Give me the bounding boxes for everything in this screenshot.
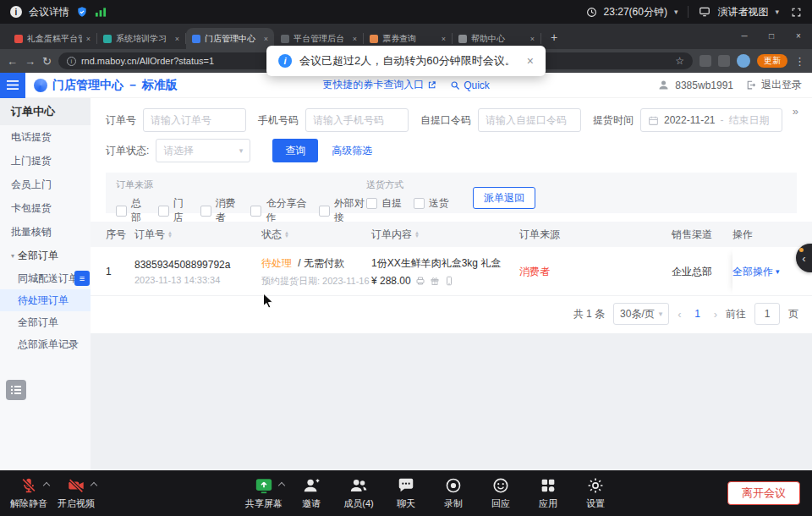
phone-icon[interactable]	[444, 276, 454, 286]
checkbox-icon[interactable]	[200, 206, 211, 217]
sidebar-item-batch-verify[interactable]: 批量核销	[0, 220, 91, 244]
site-info-icon[interactable]: i	[67, 57, 76, 66]
browser-tab[interactable]: 系统培训学习 ×	[97, 28, 185, 49]
browser-update-button[interactable]: 更新	[757, 54, 787, 68]
browser-tab[interactable]: 礼盒蛋糕平台管理中心 ×	[8, 28, 96, 49]
checkbox-source-external[interactable]: 外部对接	[319, 196, 366, 225]
checkbox-source-hq[interactable]: 总部	[116, 196, 146, 225]
extension-icon[interactable]	[700, 55, 711, 67]
checkbox-delivery[interactable]: 送货	[414, 196, 449, 211]
browser-tab-active[interactable]: 门店管理中心 ×	[186, 28, 274, 49]
members-button[interactable]: 成员(4)	[335, 476, 382, 510]
sidebar-item-pending-orders[interactable]: 待处理订单	[0, 289, 91, 311]
bookmark-star-icon[interactable]: ☆	[675, 55, 684, 67]
tab-close-icon[interactable]: ×	[353, 35, 357, 43]
next-page-icon[interactable]: ›	[714, 308, 717, 321]
username[interactable]: 8385wb1991	[675, 80, 733, 91]
gift-icon[interactable]	[430, 276, 440, 286]
new-tab-button[interactable]: +	[545, 28, 563, 47]
checkbox-icon[interactable]	[116, 206, 127, 217]
app-logo-icon	[34, 79, 47, 92]
dispatch-return-button[interactable]: 派单退回	[473, 187, 535, 209]
checkbox-icon[interactable]	[250, 206, 261, 217]
checkbox-icon[interactable]	[158, 206, 169, 217]
sidebar-mini-toggle-icon[interactable]: ≡	[74, 271, 90, 286]
checkbox-icon[interactable]	[366, 198, 377, 209]
view-mode-label[interactable]: 演讲者视图	[717, 5, 768, 19]
order-status-select[interactable]: 请选择 ▾	[156, 139, 250, 162]
timer-caret-icon[interactable]: ▾	[674, 8, 678, 16]
checkbox-source-consumer[interactable]: 消费者	[200, 196, 239, 225]
sidebar-item-card-pickup[interactable]: 卡包提货	[0, 196, 91, 220]
view-mode-caret-icon[interactable]: ▾	[775, 8, 779, 16]
checkbox-source-store[interactable]: 门店	[158, 196, 189, 225]
phone-input[interactable]	[305, 108, 409, 132]
floating-list-button[interactable]	[6, 380, 26, 400]
chevron-up-icon[interactable]	[91, 482, 97, 489]
advanced-filter-link[interactable]: 高级筛选	[332, 144, 372, 158]
tab-close-icon[interactable]: ×	[175, 35, 179, 43]
window-close-button[interactable]: ×	[785, 24, 812, 47]
unmute-button[interactable]: 解除静音	[5, 476, 52, 510]
chat-button[interactable]: 聊天	[382, 476, 430, 510]
share-screen-button[interactable]: 共享屏幕	[240, 476, 288, 510]
meeting-info-icon[interactable]: i	[10, 6, 22, 18]
record-button[interactable]: 录制	[430, 476, 477, 510]
col-header-content[interactable]: 订单内容 ▲▼	[371, 228, 519, 242]
window-maximize-button[interactable]: □	[758, 24, 785, 47]
extension-icon[interactable]	[718, 55, 730, 67]
quick-entry-link[interactable]: 更快捷的券卡查询入口	[322, 78, 436, 92]
search-button[interactable]: 查询	[272, 139, 318, 162]
tab-close-icon[interactable]: ×	[442, 35, 446, 43]
sidebar-item-hq-dispatch-records[interactable]: 总部派单记录	[0, 333, 91, 355]
checkbox-icon[interactable]	[319, 206, 330, 217]
sidebar-item-walkin-pickup[interactable]: 上门提货	[0, 149, 91, 173]
close-icon[interactable]: ×	[527, 54, 534, 68]
sidebar-item-all-orders[interactable]: 全部订单	[0, 311, 91, 333]
leave-meeting-button[interactable]: 离开会议	[727, 481, 800, 505]
sidebar-item-member-visit[interactable]: 会员上门	[0, 173, 91, 196]
tab-close-icon[interactable]: ×	[86, 35, 91, 43]
invite-button[interactable]: 邀请	[288, 476, 335, 510]
current-page[interactable]: 1	[690, 308, 705, 320]
col-header-order-no[interactable]: 订单号 ▲▼	[134, 228, 261, 242]
checkbox-source-warehouse-share[interactable]: 仓分享合作	[250, 196, 306, 225]
settings-button[interactable]: 设置	[572, 476, 619, 510]
fullscreen-icon[interactable]	[791, 7, 802, 18]
col-header-status[interactable]: 状态 ▲▼	[261, 228, 371, 242]
sort-icon[interactable]: ▲▼	[414, 231, 420, 238]
order-no-input[interactable]	[143, 108, 246, 132]
pickup-code-input[interactable]	[478, 108, 581, 132]
start-video-button[interactable]: 开启视频	[52, 476, 100, 510]
apps-button[interactable]: 应用	[524, 476, 572, 510]
chevron-up-icon[interactable]	[43, 482, 50, 489]
hamburger-menu-icon[interactable]	[0, 73, 25, 98]
printer-icon[interactable]	[415, 276, 425, 286]
tab-favicon	[370, 35, 378, 43]
prev-page-icon[interactable]: ‹	[678, 308, 681, 321]
sort-icon[interactable]: ▲▼	[167, 231, 173, 238]
window-minimize-button[interactable]: ─	[731, 24, 758, 47]
date-range-picker[interactable]: 2022-11-21 - 结束日期	[640, 108, 782, 132]
tab-close-icon[interactable]: ×	[264, 35, 268, 43]
browser-profile-avatar[interactable]	[737, 54, 750, 68]
tab-close-icon[interactable]: ×	[530, 35, 535, 43]
sidebar-group-all-orders[interactable]: ▾ 全部订单	[0, 244, 91, 267]
chevron-up-icon[interactable]	[278, 482, 285, 489]
reload-icon[interactable]: ↻	[42, 56, 52, 67]
checkbox-icon[interactable]	[414, 198, 425, 209]
back-icon[interactable]: ←	[7, 56, 18, 67]
meeting-timer[interactable]: 23:27(60分钟)	[604, 5, 667, 19]
logout-button[interactable]: 退出登录	[761, 78, 802, 92]
page-size-select[interactable]: 30条/页 ▾	[613, 303, 669, 325]
quick-search-link[interactable]: Quick	[450, 80, 490, 91]
sort-icon[interactable]: ▲▼	[284, 231, 289, 238]
collapse-right-icon[interactable]: »	[793, 105, 798, 118]
goto-page-input[interactable]	[754, 303, 780, 325]
sidebar-item-phone-pickup[interactable]: 电话提货	[0, 125, 91, 149]
forward-icon[interactable]: →	[25, 56, 36, 67]
meeting-details-label[interactable]: 会议详情	[29, 5, 69, 19]
checkbox-self-pickup[interactable]: 自提	[366, 196, 402, 211]
browser-menu-icon[interactable]: ⋮	[794, 56, 805, 67]
reactions-button[interactable]: 回应	[477, 476, 524, 510]
